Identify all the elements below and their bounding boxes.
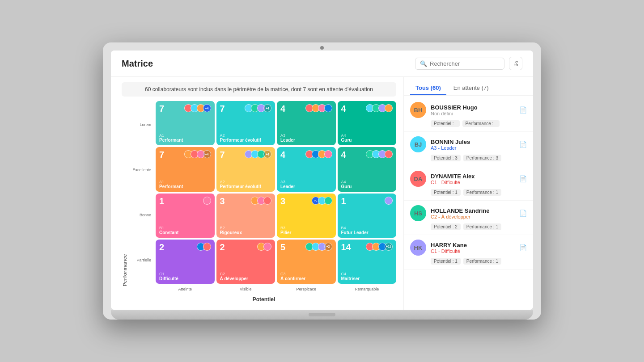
person-name: HOLLANDE Sandrine (431, 207, 515, 214)
avatar-stack: +4 (184, 104, 211, 112)
person-name: BOUSSIER Hugo (431, 104, 515, 111)
main-content: 60 collaborateurs sont inclus dans le pé… (111, 77, 533, 310)
avatar-dynamite: DA (410, 171, 426, 187)
matrix-main: Lorem Excellente Bonne Partielle (131, 101, 396, 304)
laptop-base-notch (309, 313, 335, 316)
cell-a3-excel[interactable]: 4 (277, 147, 336, 191)
cell-a3-lorem[interactable]: 4 (277, 101, 336, 145)
grid-row-0: 7 +4 (156, 101, 396, 145)
cell-b4-bonne[interactable]: 1 B4 Futur Leader (338, 194, 397, 238)
cell-a4-excel[interactable]: 4 (338, 147, 397, 191)
avatar-more: +4 (263, 104, 271, 112)
person-header: BJ BONNIN Jules A3 - Leader 📄 (410, 136, 527, 152)
matrix-container: Performance Lorem Excellente Bonne Parti… (122, 101, 396, 304)
person-card-dynamite[interactable]: DA DYNAMITE Alex C1 - Difficulté 📄 Poten… (404, 166, 533, 201)
cell-a2-excel[interactable]: 7 +4 (216, 147, 275, 191)
tag-potentiel: Potentiel : 1 (431, 189, 461, 196)
cell-a1-lorem[interactable]: 7 +4 (156, 101, 215, 145)
person-card-hollande[interactable]: HS HOLLANDE Sandrine C2 - À développer 📄… (404, 201, 533, 235)
avatar-stack: +11 (366, 243, 393, 251)
avatar-stack (197, 243, 211, 251)
avatar (203, 197, 211, 205)
avatar (385, 150, 393, 158)
matrix-bottom: Atteinte Visible Perspicace Remarquable (131, 286, 396, 293)
person-sub: A3 - Leader (431, 145, 515, 151)
avatar-hollande: HS (410, 205, 426, 221)
cell-a1-excel[interactable]: 7 +4 (156, 147, 215, 191)
y-axis: Performance (122, 101, 128, 304)
avatar-more: +2 (324, 243, 332, 251)
person-card-bonnin[interactable]: BJ BONNIN Jules A3 - Leader 📄 Potentiel … (404, 132, 533, 166)
search-box[interactable]: 🔍 (415, 58, 504, 70)
row-label-lorem: Lorem (131, 102, 154, 147)
person-info: HOLLANDE Sandrine C2 - À développer (431, 207, 515, 219)
col-label-visible: Visible (216, 286, 275, 293)
app-container: Matrice 🔍 🖨 60 collaborateurs sont inclu… (111, 51, 533, 310)
tab-en-attente[interactable]: En attente (7) (448, 81, 494, 95)
avatar-stack: +4 (245, 150, 271, 158)
cell-c1-part[interactable]: 2 C1 (156, 240, 215, 284)
doc-icon: 📄 (519, 141, 527, 148)
search-input[interactable] (430, 60, 500, 67)
person-info: BONNIN Jules A3 - Leader (431, 139, 515, 151)
cell-a4-lorem[interactable]: 4 (338, 101, 397, 145)
tag-potentiel: Potentiel : 2 (431, 223, 461, 230)
col-label-atteinte: Atteinte (156, 286, 215, 293)
avatar-more: +11 (385, 243, 393, 251)
cell-c3-part[interactable]: 5 +2 (277, 240, 336, 284)
doc-icon: 📄 (519, 210, 527, 217)
person-sub: C2 - À développer (431, 214, 515, 219)
cell-b3-bonne[interactable]: 3 PL (277, 194, 336, 238)
right-panel: Tous (60) En attente (7) BH BOUSSIER Hug… (403, 77, 533, 310)
avatar-harry: HK (410, 240, 426, 256)
grid-row-1: 7 +4 (156, 147, 396, 191)
person-header: HS HOLLANDE Sandrine C2 - À développer 📄 (410, 205, 527, 221)
person-info: DYNAMITE Alex C1 - Difficulté (431, 173, 515, 185)
tag-performance: Performance : - (462, 120, 500, 127)
avatar-more: +4 (203, 150, 211, 158)
person-info: BOUSSIER Hugo Non défini (431, 104, 515, 116)
tag-performance: Performance : 1 (463, 258, 501, 265)
person-header: HK HARRY Kane C1 - Difficulté 📄 (410, 240, 527, 256)
tag-performance: Performance : 1 (463, 189, 501, 196)
avatar-stack (257, 243, 271, 251)
cell-b1-bonne[interactable]: 1 B1 Constant (156, 194, 215, 238)
avatar (324, 104, 332, 112)
avatar-stack: PL (312, 197, 332, 205)
info-banner: 60 collaborateurs sont inclus dans le pé… (122, 82, 396, 97)
avatar (385, 104, 393, 112)
cell-b2-bonne[interactable]: 3 (216, 194, 275, 238)
header: Matrice 🔍 🖨 (111, 51, 533, 77)
avatar-stack (305, 104, 332, 112)
col-label-remarquable: Remarquable (338, 286, 397, 293)
person-sub: C1 - Difficulté (431, 248, 515, 254)
col-label-perspicace: Perspicace (277, 286, 336, 293)
avatar-stack: +4 (184, 150, 211, 158)
cell-a2-lorem[interactable]: 7 +4 (216, 101, 275, 145)
header-right: 🔍 🖨 (415, 57, 522, 70)
x-axis-label: Potentiel (131, 295, 396, 304)
doc-icon: 📄 (519, 175, 527, 182)
doc-icon: 📄 (519, 106, 527, 114)
tag-performance: Performance : 3 (463, 155, 501, 161)
doc-icon: 📄 (519, 244, 527, 251)
person-header: DA DYNAMITE Alex C1 - Difficulté 📄 (410, 171, 527, 187)
matrix-grid: 7 +4 (156, 101, 396, 284)
person-tags: Potentiel : - Performance : - (410, 120, 527, 127)
avatar (263, 243, 271, 251)
person-card-harry[interactable]: HK HARRY Kane C1 - Difficulté 📄 Potentie… (404, 235, 533, 269)
cell-c4-part[interactable]: 14 +11 (338, 240, 397, 284)
avatar-bonnin: BJ (410, 136, 426, 152)
person-tags: Potentiel : 1 Performance : 1 (410, 189, 527, 196)
person-card-boussier[interactable]: BH BOUSSIER Hugo Non défini 📄 Potentiel … (404, 97, 533, 132)
avatar-more: +4 (263, 150, 271, 158)
tabs-bar: Tous (60) En attente (7) (404, 77, 533, 96)
matrix-grid-area: Lorem Excellente Bonne Partielle (131, 101, 396, 284)
tab-tous[interactable]: Tous (60) (410, 81, 446, 95)
people-list: BH BOUSSIER Hugo Non défini 📄 Potentiel … (404, 96, 533, 310)
avatar-stack (305, 150, 332, 158)
left-panel: 60 collaborateurs sont inclus dans le pé… (111, 77, 403, 310)
cell-c2-part[interactable]: 2 C2 (216, 240, 275, 284)
y-axis-label: Performance (122, 254, 127, 286)
print-button[interactable]: 🖨 (509, 57, 522, 70)
